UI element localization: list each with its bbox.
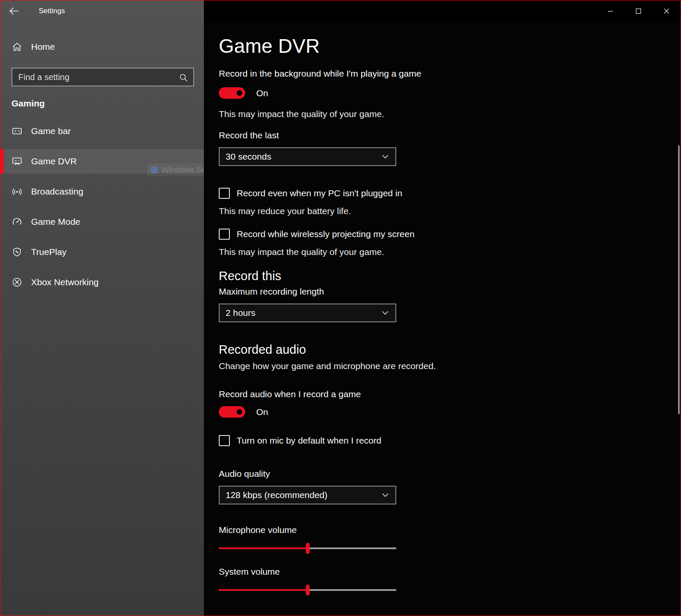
titlebar	[204, 0, 681, 22]
sidebar-item-game-bar[interactable]: Game bar	[0, 119, 204, 143]
background-record-toggle-row: On	[219, 87, 681, 99]
sidebar-item-trueplay[interactable]: TruePlay	[0, 240, 204, 264]
close-icon	[664, 8, 670, 14]
audio-quality-dropdown[interactable]: 128 kbps (recommended)	[219, 486, 396, 504]
sidebar: Settings Home Gaming Game bar	[0, 0, 204, 616]
game-dvr-icon	[11, 156, 23, 167]
sidebar-item-broadcasting[interactable]: Broadcasting	[0, 179, 204, 204]
recorded-audio-heading: Recorded audio	[219, 343, 681, 357]
background-record-toggle[interactable]	[219, 87, 245, 99]
toggle-knob	[237, 409, 242, 415]
toggle-knob	[237, 90, 242, 96]
sidebar-item-label: Home	[31, 41, 55, 53]
record-this-heading: Record this	[219, 269, 681, 283]
broadcasting-icon	[11, 186, 23, 197]
game-mode-icon	[11, 216, 23, 227]
plugged-in-note: This may reduce your battery life.	[219, 205, 681, 217]
dropdown-value: 128 kbps (recommended)	[226, 490, 327, 500]
vertical-scrollbar[interactable]	[678, 145, 680, 414]
wireless-checkbox[interactable]	[219, 229, 230, 240]
close-button[interactable]	[652, 0, 681, 22]
dropdown-value: 30 seconds	[226, 152, 271, 162]
sidebar-item-label: Broadcasting	[31, 186, 83, 198]
plugged-in-checkbox[interactable]	[219, 188, 230, 199]
chevron-down-icon	[382, 311, 389, 315]
wireless-checkbox-row[interactable]: Record while wirelessly projecting my sc…	[219, 228, 681, 240]
max-length-dropdown[interactable]: 2 hours	[219, 304, 396, 322]
back-arrow-icon	[9, 6, 19, 16]
sidebar-section-gaming: Gaming	[11, 98, 204, 109]
record-audio-toggle-row: On	[219, 406, 681, 418]
mic-default-checkbox[interactable]	[219, 435, 230, 446]
sidebar-item-home[interactable]: Home	[0, 34, 204, 59]
search-input[interactable]	[12, 69, 193, 86]
back-button[interactable]	[0, 0, 28, 22]
maximize-button[interactable]	[624, 0, 652, 22]
mic-volume-slider[interactable]	[219, 543, 396, 554]
chevron-down-icon	[382, 155, 389, 159]
slider-thumb[interactable]	[306, 543, 309, 554]
system-volume-label: System volume	[219, 566, 681, 578]
slider-fill	[219, 589, 308, 591]
plugged-in-label: Record even when my PC isn't plugged in	[237, 187, 402, 199]
sidebar-item-label: Game Mode	[31, 216, 80, 228]
home-icon	[11, 41, 23, 52]
main-panel: Game DVR Record in the background while …	[204, 0, 681, 616]
minimize-icon	[607, 8, 613, 14]
mic-volume-label: Microphone volume	[219, 524, 681, 536]
plugged-in-checkbox-row[interactable]: Record even when my PC isn't plugged in	[219, 187, 681, 199]
record-last-label: Record the last	[219, 129, 681, 141]
record-audio-label: Record audio when I record a game	[219, 388, 681, 400]
trueplay-icon	[11, 246, 23, 258]
sidebar-item-label: Game DVR	[31, 155, 77, 167]
search-icon	[179, 73, 188, 82]
dropdown-value: 2 hours	[226, 308, 255, 318]
wireless-label: Record while wirelessly projecting my sc…	[237, 228, 415, 240]
sidebar-header: Settings	[0, 0, 204, 22]
toggle-state-label: On	[256, 407, 268, 417]
sidebar-item-xbox-networking[interactable]: Xbox Networking	[0, 270, 204, 295]
recorded-audio-description: Change how your game and microphone are …	[219, 360, 681, 372]
app-title: Settings	[39, 7, 65, 15]
sidebar-item-label: TruePlay	[31, 246, 66, 258]
game-bar-icon	[11, 126, 23, 137]
settings-content: Game DVR Record in the background while …	[204, 34, 681, 596]
record-last-dropdown[interactable]: 30 seconds	[219, 147, 396, 166]
minimize-button[interactable]	[596, 0, 624, 22]
maximize-icon	[635, 8, 641, 14]
sidebar-item-label: Xbox Networking	[31, 276, 99, 288]
sidebar-item-game-mode[interactable]: Game Mode	[0, 209, 204, 234]
toggle-state-label: On	[256, 88, 268, 98]
max-length-label: Maximum recording length	[219, 286, 681, 298]
audio-quality-label: Audio quality	[219, 468, 681, 480]
chevron-down-icon	[382, 493, 389, 497]
background-record-note: This may impact the quality of your game…	[219, 108, 681, 120]
slider-thumb[interactable]	[306, 584, 309, 596]
sidebar-nav: Game bar Game DVR Broadcasting Game Mode	[0, 119, 204, 295]
xbox-icon	[11, 277, 23, 288]
wireless-note: This may impact the quality of your game…	[219, 246, 681, 258]
mic-default-label: Turn on mic by default when I record	[237, 435, 381, 447]
settings-window: Settings Home Gaming Game bar	[0, 0, 681, 616]
record-audio-toggle[interactable]	[219, 406, 245, 418]
slider-fill	[219, 547, 308, 549]
mic-default-checkbox-row[interactable]: Turn on mic by default when I record	[219, 435, 681, 447]
page-title: Game DVR	[219, 34, 681, 57]
system-volume-slider[interactable]	[219, 584, 396, 596]
search-box	[11, 68, 194, 86]
background-record-label: Record in the background while I'm playi…	[219, 68, 681, 80]
sidebar-item-label: Game bar	[31, 125, 71, 137]
sidebar-item-game-dvr[interactable]: Game DVR	[0, 149, 204, 174]
